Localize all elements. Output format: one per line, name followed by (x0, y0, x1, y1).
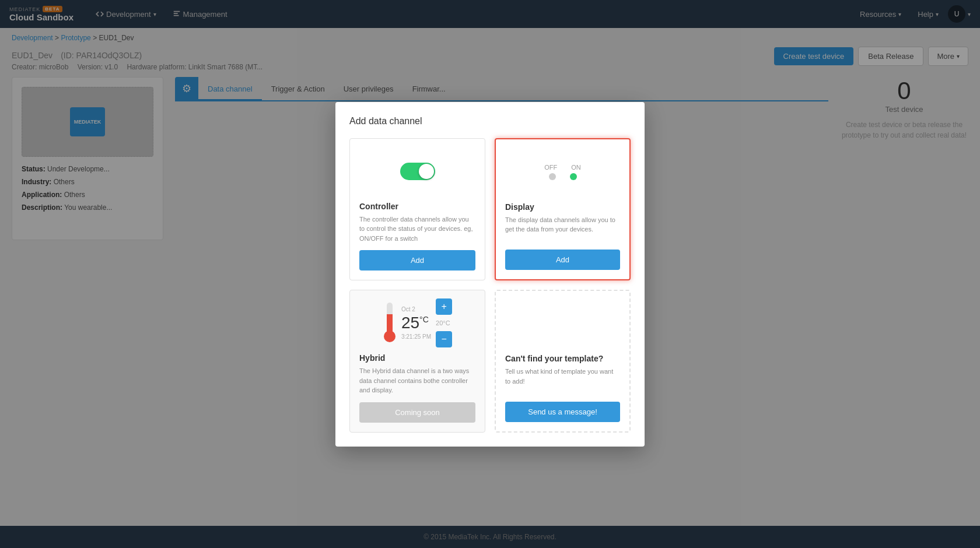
display-desc: The display data channels allow you to g… (505, 215, 620, 243)
thermo-bulb (384, 331, 396, 342)
thermo-20-label: 20°C (436, 319, 452, 326)
send-message-button[interactable]: Send us a message! (505, 402, 620, 422)
toggle-switch[interactable] (400, 163, 435, 180)
thermo-tube (387, 303, 393, 332)
thermo-unit: °C (419, 315, 429, 324)
display-title: Display (505, 202, 620, 212)
thermo-readings: Oct 2 25°C 3:21:25 PM (401, 306, 431, 340)
modal-overlay[interactable]: Add data channel Controller The controll… (0, 0, 980, 548)
display-toggle-visual: OFF ON (544, 164, 581, 180)
thermo-temp: 25°C (401, 314, 431, 332)
hybrid-desc: The Hybrid data channel is a two ways da… (359, 366, 475, 395)
thermo-fill (387, 314, 393, 332)
controller-visual (359, 148, 475, 195)
toggle-knob (419, 164, 434, 179)
hybrid-title: Hybrid (359, 353, 475, 363)
controller-title: Controller (359, 202, 475, 211)
modal-title: Add data channel (349, 116, 631, 127)
thermo-date: Oct 2 (401, 306, 431, 312)
dot-row (549, 173, 577, 180)
cant-find-visual (505, 300, 620, 347)
thermo-minus-button[interactable]: − (436, 331, 452, 347)
controller-desc: The controller data channels allow you t… (359, 215, 475, 244)
on-label: ON (571, 164, 581, 171)
dot-off (549, 173, 556, 180)
hybrid-card: Oct 2 25°C 3:21:25 PM + 20°C − (349, 290, 485, 433)
controller-add-button[interactable]: Add (359, 250, 475, 271)
display-card: OFF ON Display The display data channels… (495, 138, 631, 281)
thermo-time: 3:21:25 PM (401, 333, 431, 340)
cant-find-desc: Tell us what kind of template you want t… (505, 367, 620, 395)
add-data-channel-modal: Add data channel Controller The controll… (335, 102, 645, 447)
off-label: OFF (544, 164, 557, 171)
off-on-labels: OFF ON (544, 164, 581, 171)
modal-grid: Controller The controller data channels … (349, 138, 631, 433)
thermometer-visual: Oct 2 25°C 3:21:25 PM + 20°C − (383, 298, 452, 347)
display-visual: OFF ON (505, 149, 620, 195)
dot-on (570, 173, 577, 180)
controller-card: Controller The controller data channels … (349, 138, 485, 281)
display-add-button[interactable]: Add (505, 250, 620, 270)
thermometer (383, 303, 397, 343)
thermo-controls: + 20°C − (436, 298, 452, 347)
cant-find-card: Can't find your template? Tell us what k… (495, 290, 631, 433)
hybrid-visual: Oct 2 25°C 3:21:25 PM + 20°C − (359, 300, 475, 346)
thermo-plus-button[interactable]: + (436, 298, 452, 315)
cant-find-title: Can't find your template? (505, 354, 620, 363)
hybrid-coming-soon-button: Coming soon (359, 402, 475, 423)
